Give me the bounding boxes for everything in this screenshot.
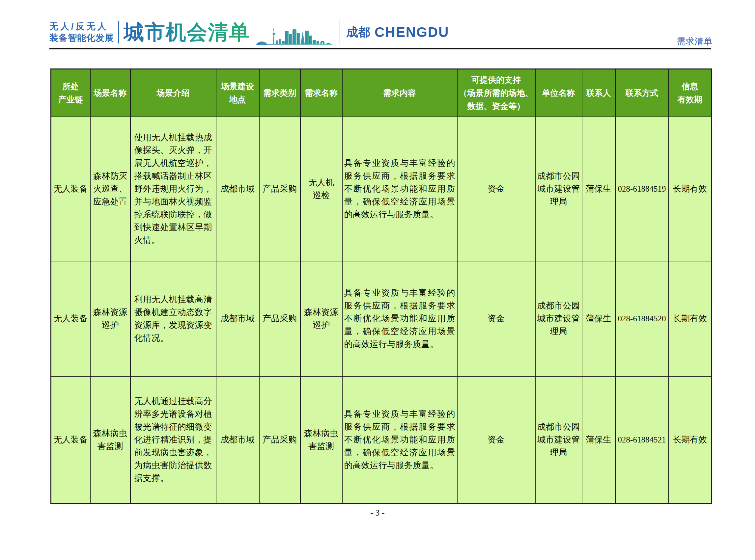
brand-tagline-line1: 无人/反无人: [50, 21, 114, 32]
col-header-validity: 信息 有效期: [669, 69, 712, 117]
cell-org-name: 成都市公园城市建设管理局: [535, 376, 582, 504]
cell-scene-intro: 利用无人机挂载高清摄像机建立动态数字资源库，发现资源变化情况。: [131, 261, 216, 376]
opportunity-table: 所处 产业链 场景名称 场景介绍 场景建设 地点 需求类别 需求名称 需求内容 …: [51, 68, 712, 504]
table-row: 无人装备 森林病虫害监测 无人机通过挂载高分辨率多光谱设备对植被光谱特征的细微变…: [51, 376, 712, 504]
cell-support: 资金: [457, 261, 535, 376]
col-header-scene-intro: 场景介绍: [131, 69, 216, 117]
col-header-industry-chain: 所处 产业链: [51, 69, 90, 117]
page-title: 城市机会清单: [123, 18, 250, 46]
col-header-scene-name: 场景名称: [90, 69, 131, 117]
city-skyline-icon: [255, 26, 334, 46]
cell-phone: 028-61884519: [615, 117, 669, 261]
col-header-demand-content: 需求内容: [342, 69, 457, 117]
page-header: 无人/反无人 装备智能化发展 城市机会清单: [50, 17, 712, 48]
cell-location: 成都市域: [216, 261, 259, 376]
cell-org-name: 成都市公园城市建设管理局: [535, 117, 582, 261]
col-header-contact: 联系人: [582, 69, 615, 117]
brand-tagline-line2: 装备智能化发展: [50, 32, 114, 44]
cell-validity: 长期有效: [669, 376, 712, 504]
col-header-demand-name: 需求名称: [301, 69, 342, 117]
city-divider: [340, 20, 340, 44]
cell-validity: 长期有效: [669, 261, 712, 376]
cell-demand-name: 无人机 巡检: [301, 117, 342, 261]
cell-support: 资金: [457, 117, 535, 261]
cell-demand-category: 产品采购: [259, 261, 301, 376]
cell-demand-content: 具备专业资质与丰富经验的服务供应商，根据服务要求不断优化场景功能和应用质量，确保…: [342, 376, 457, 504]
cell-demand-name: 森林资源 巡护: [301, 261, 342, 376]
cell-phone: 028-61884520: [615, 261, 669, 376]
brand-divider: [118, 21, 119, 43]
list-type-label: 需求清单: [677, 36, 712, 47]
cell-industry-chain: 无人装备: [51, 261, 90, 376]
col-header-demand-category: 需求类别: [259, 69, 301, 117]
col-header-phone: 联系方式: [615, 69, 669, 117]
table-row: 无人装备 森林防灭火巡查、应急处置 使用无人机挂载热成像探头、灭火弹，开展无人机…: [51, 117, 712, 261]
city-name: 成都 CHENGDU: [346, 24, 449, 40]
page-number: - 3 -: [0, 508, 755, 518]
header-rule: [50, 48, 711, 49]
cell-scene-name: 森林资源巡护: [90, 261, 131, 376]
cell-scene-intro: 使用无人机挂载热成像探头、灭火弹，开展无人机航空巡护，搭载喊话器制止林区野外违规…: [131, 117, 216, 261]
city-name-cn: 成都: [346, 24, 370, 40]
cell-scene-name: 森林病虫害监测: [90, 376, 131, 504]
brand-tagline: 无人/反无人 装备智能化发展: [50, 21, 114, 43]
cell-phone: 028-61884521: [615, 376, 669, 504]
cell-industry-chain: 无人装备: [51, 117, 90, 261]
cell-demand-content: 具备专业资质与丰富经验的服务供应商，根据服务要求不断优化场景功能和应用质量，确保…: [342, 261, 457, 376]
cell-contact: 蒲保生: [582, 261, 615, 376]
cell-scene-intro: 无人机通过挂载高分辨率多光谱设备对植被光谱特征的细微变化进行精准识别，提前发现病…: [131, 376, 216, 504]
cell-location: 成都市域: [216, 117, 259, 261]
col-header-location: 场景建设 地点: [216, 69, 259, 117]
cell-location: 成都市域: [216, 376, 259, 504]
cell-support: 资金: [457, 376, 535, 504]
cell-demand-category: 产品采购: [259, 117, 301, 261]
cell-demand-category: 产品采购: [259, 376, 301, 504]
document-page: 无人/反无人 装备智能化发展 城市机会清单: [0, 0, 755, 560]
cell-contact: 蒲保生: [582, 376, 615, 504]
brand-block: 无人/反无人 装备智能化发展 城市机会清单: [50, 18, 449, 46]
col-header-support: 可提供的支持 （场景所需的场地、 数据、资金等）: [457, 69, 535, 117]
cell-contact: 蒲保生: [582, 117, 615, 261]
cell-demand-content: 具备专业资质与丰富经验的服务供应商，根据服务要求不断优化场景功能和应用质量，确保…: [342, 117, 457, 261]
table-row: 无人装备 森林资源巡护 利用无人机挂载高清摄像机建立动态数字资源库，发现资源变化…: [51, 261, 712, 376]
col-header-org-name: 单位名称: [535, 69, 582, 117]
city-name-en: CHENGDU: [374, 24, 449, 40]
cell-industry-chain: 无人装备: [51, 376, 90, 504]
table-header-row: 所处 产业链 场景名称 场景介绍 场景建设 地点 需求类别 需求名称 需求内容 …: [51, 69, 712, 117]
cell-org-name: 成都市公园城市建设管理局: [535, 261, 582, 376]
cell-demand-name: 森林病虫 害监测: [301, 376, 342, 504]
cell-validity: 长期有效: [669, 117, 712, 261]
cell-scene-name: 森林防灭火巡查、应急处置: [90, 117, 131, 261]
